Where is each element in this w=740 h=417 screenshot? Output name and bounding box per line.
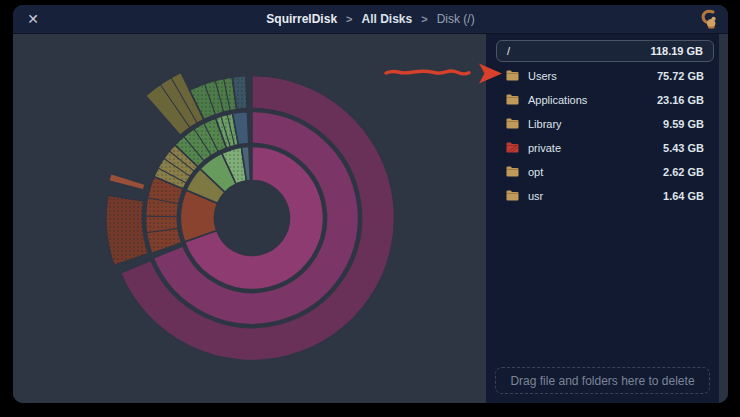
folder-icon xyxy=(506,70,528,83)
file-rows: Users75.72 GB Applications23.16 GB Libra… xyxy=(496,64,714,208)
file-list-panel: / 118.19 GB Users75.72 GB Applications23… xyxy=(486,34,728,403)
locked-folder-icon xyxy=(506,142,528,155)
folder-icon xyxy=(506,118,528,131)
breadcrumb: SquirrelDisk > All Disks > Disk (/) xyxy=(53,12,688,26)
file-row-private[interactable]: private5.43 GB xyxy=(496,136,714,160)
file-name: opt xyxy=(528,166,663,178)
file-row-usr[interactable]: usr1.64 GB xyxy=(496,184,714,208)
close-button[interactable]: ✕ xyxy=(13,5,53,34)
root-path-row[interactable]: / 118.19 GB xyxy=(496,40,714,62)
file-name: usr xyxy=(528,190,663,202)
breadcrumb-item-disk-root[interactable]: Disk (/) xyxy=(437,12,475,26)
file-size: 1.64 GB xyxy=(663,190,704,202)
titlebar: ✕ SquirrelDisk > All Disks > Disk (/) xyxy=(13,5,728,34)
dropzone-label: Drag file and folders here to delete xyxy=(510,374,694,388)
sunburst-slice-divider xyxy=(146,216,178,217)
chevron-right-icon: > xyxy=(421,13,427,25)
file-row-applications[interactable]: Applications23.16 GB xyxy=(496,88,714,112)
app-window: ✕ SquirrelDisk > All Disks > Disk (/) xyxy=(13,5,728,403)
delete-dropzone[interactable]: Drag file and folders here to delete xyxy=(495,367,710,394)
squirrel-logo-icon xyxy=(688,9,728,29)
breadcrumb-item-squirreldisk[interactable]: SquirrelDisk xyxy=(266,12,337,26)
file-name: private xyxy=(528,142,663,154)
file-name: Library xyxy=(528,118,663,130)
scrollbar-track[interactable] xyxy=(719,34,728,403)
file-size: 5.43 GB xyxy=(663,142,704,154)
file-size: 2.62 GB xyxy=(663,166,704,178)
folder-icon xyxy=(506,190,528,203)
file-name: Users xyxy=(528,70,657,82)
file-size: 9.59 GB xyxy=(663,118,704,130)
sunburst-segment-texture xyxy=(106,195,148,265)
root-size-label: 118.19 GB xyxy=(650,45,703,57)
sunburst-segment-Library-l3[interactable] xyxy=(146,72,204,135)
root-path-label: / xyxy=(507,45,650,57)
sunburst-chart[interactable] xyxy=(13,34,486,403)
main-content: / 118.19 GB Users75.72 GB Applications23… xyxy=(13,34,728,403)
sunburst-segment-red-sliver-l3[interactable] xyxy=(109,174,145,190)
file-size: 23.16 GB xyxy=(657,94,704,106)
chart-pane xyxy=(13,34,486,403)
breadcrumb-item-all-disks[interactable]: All Disks xyxy=(362,12,413,26)
file-name: Applications xyxy=(528,94,657,106)
chevron-right-icon: > xyxy=(346,13,352,25)
folder-icon xyxy=(506,166,528,179)
file-row-library[interactable]: Library9.59 GB xyxy=(496,112,714,136)
file-row-opt[interactable]: opt2.62 GB xyxy=(496,160,714,184)
file-size: 75.72 GB xyxy=(657,70,704,82)
folder-icon xyxy=(506,94,528,107)
file-row-users[interactable]: Users75.72 GB xyxy=(496,64,714,88)
